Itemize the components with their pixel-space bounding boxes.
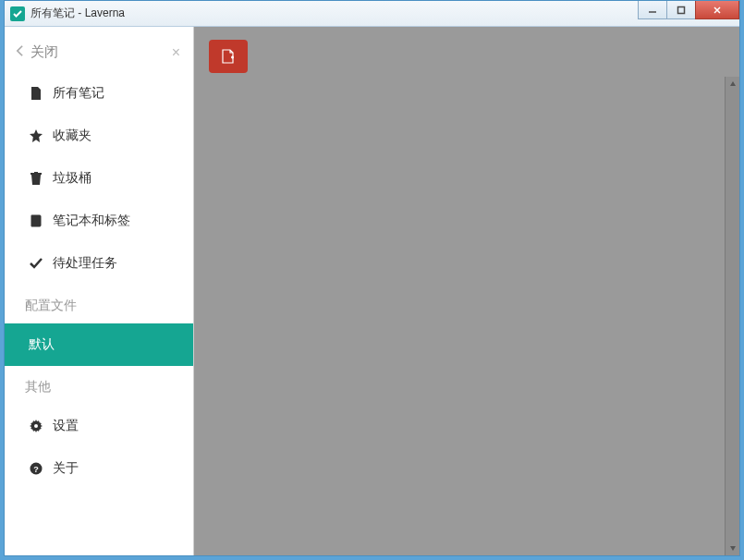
nav-item-label: 所有笔记 (53, 85, 104, 102)
window-close-button[interactable] (695, 1, 739, 19)
file-icon (29, 86, 43, 101)
gear-icon (29, 419, 43, 433)
window-controls (639, 1, 739, 19)
maximize-button[interactable] (666, 1, 696, 19)
content-area (194, 27, 739, 555)
new-note-button[interactable] (209, 40, 248, 73)
back-icon[interactable] (16, 44, 24, 60)
svg-rect-4 (31, 215, 41, 226)
star-icon (29, 128, 43, 143)
trash-icon (29, 171, 43, 186)
scroll-up-icon[interactable] (726, 77, 739, 91)
sidebar-close-label[interactable]: 关闭 (30, 43, 58, 61)
minimize-button[interactable] (638, 1, 667, 19)
nav-about[interactable]: ? 关于 (5, 447, 193, 490)
sidebar-header: 关闭 × (5, 32, 193, 72)
svg-rect-1 (678, 6, 685, 13)
toolbar (209, 40, 248, 73)
svg-text:?: ? (33, 465, 39, 474)
book-icon (29, 213, 43, 228)
nav-item-label: 默认 (29, 336, 55, 353)
nav-settings[interactable]: 设置 (5, 405, 193, 447)
nav-item-label: 笔记本和标签 (53, 213, 130, 229)
close-icon[interactable]: × (172, 44, 180, 61)
nav-item-label: 收藏夹 (53, 128, 91, 144)
nav-all-notes[interactable]: 所有笔记 (5, 72, 193, 115)
nav-tasks[interactable]: 待处理任务 (5, 242, 193, 285)
app-window: 所有笔记 - Laverna 关闭 × (4, 0, 740, 556)
app-icon (10, 6, 25, 21)
sidebar: 关闭 × 所有笔记 收藏夹 垃圾桶 (5, 27, 194, 555)
section-other: 其他 (5, 366, 193, 405)
nav-item-label: 垃圾桶 (53, 170, 91, 187)
nav-trash[interactable]: 垃圾桶 (5, 157, 193, 200)
question-icon: ? (29, 461, 43, 476)
check-icon (29, 256, 43, 271)
section-profiles: 配置文件 (5, 285, 193, 323)
scrollbar[interactable] (725, 77, 739, 555)
nav-item-label: 设置 (53, 418, 79, 434)
nav-notebooks[interactable]: 笔记本和标签 (5, 200, 193, 242)
client-area: 关闭 × 所有笔记 收藏夹 垃圾桶 (5, 27, 739, 555)
scroll-down-icon[interactable] (726, 541, 739, 555)
nav-favorites[interactable]: 收藏夹 (5, 115, 193, 157)
nav-item-label: 关于 (53, 460, 79, 477)
profile-default[interactable]: 默认 (5, 323, 193, 366)
nav-item-label: 待处理任务 (53, 255, 117, 272)
svg-point-5 (34, 424, 38, 428)
titlebar[interactable]: 所有笔记 - Laverna (5, 1, 739, 27)
window-title: 所有笔记 - Laverna (30, 6, 125, 21)
